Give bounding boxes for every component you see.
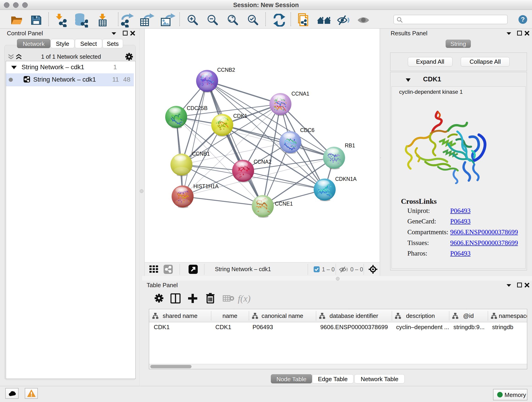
svg-text:CCNA1: CCNA1 [291, 91, 309, 97]
svg-text:HIST1H1A: HIST1H1A [193, 183, 219, 189]
svg-text:RB1: RB1 [345, 143, 355, 148]
svg-text:CDKN1A: CDKN1A [335, 176, 357, 182]
svg-text:CDC25B: CDC25B [187, 105, 208, 111]
svg-text:?: ? [521, 16, 525, 23]
svg-text:CDC6: CDC6 [300, 127, 315, 133]
svg-text:CDK1: CDK1 [233, 113, 247, 119]
svg-text:CCNA2: CCNA2 [254, 159, 272, 165]
svg-text:CCNE1: CCNE1 [275, 201, 293, 207]
svg-text:CCNB1: CCNB1 [192, 151, 210, 157]
svg-text:CCNB2: CCNB2 [217, 67, 235, 73]
